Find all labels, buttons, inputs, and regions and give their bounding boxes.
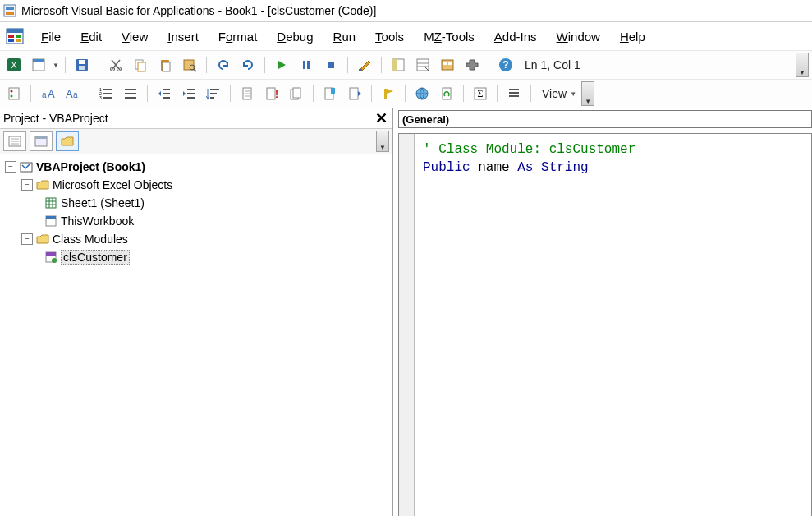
menu-file[interactable]: File [33, 28, 69, 45]
toolbar-overflow[interactable]: ▼ [796, 53, 809, 77]
tb2-list-align-button[interactable] [120, 83, 141, 104]
menu-view[interactable]: View [113, 28, 156, 45]
properties-button[interactable] [412, 54, 434, 76]
menu-tools[interactable]: Tools [367, 28, 412, 45]
tb2-bookmark-next-button[interactable] [344, 83, 365, 104]
separator [530, 85, 531, 102]
code-gutter[interactable] [399, 134, 415, 516]
window-title: Microsoft Visual Basic for Applications … [21, 4, 376, 17]
tb2-list-num-button[interactable]: 123 [95, 83, 117, 104]
tb2-web-button[interactable] [411, 83, 433, 104]
object-browser-button[interactable] [437, 54, 458, 76]
find-button[interactable] [179, 54, 200, 76]
design-mode-button[interactable] [354, 54, 375, 76]
menu-mztools[interactable]: MZ-Tools [415, 28, 483, 45]
insert-module-button[interactable] [28, 54, 49, 76]
undo-button[interactable] [213, 54, 234, 76]
project-icon [20, 160, 33, 173]
separator [463, 85, 464, 102]
collapse-icon[interactable]: − [21, 179, 33, 191]
code-combo-row: (General) [398, 108, 812, 131]
form-icon [5, 26, 25, 46]
toggle-folders-button[interactable] [56, 131, 79, 151]
tb2-flag-button[interactable] [378, 83, 399, 104]
svg-rect-36 [448, 62, 452, 65]
project-tree[interactable]: − VBAProject (Book1) − Microsoft Excel O… [0, 154, 392, 516]
excel-button[interactable]: X [3, 54, 25, 76]
cut-button[interactable] [105, 54, 126, 76]
svg-rect-28 [359, 69, 362, 71]
tb2-doc-stack-button[interactable] [286, 83, 307, 104]
svg-rect-1 [6, 7, 14, 10]
tb2-indent-in-button[interactable] [178, 83, 200, 104]
svg-rect-96 [46, 216, 56, 219]
view-dropdown[interactable]: ▼ [570, 84, 576, 104]
view-menu-label[interactable]: View [537, 87, 567, 100]
break-button[interactable] [296, 54, 317, 76]
tb2-sigma-button[interactable]: Σ [470, 83, 491, 104]
menu-addins[interactable]: Add-Ins [486, 28, 545, 45]
menu-run[interactable]: Run [325, 28, 365, 45]
close-pane-button[interactable]: ✕ [373, 110, 389, 127]
insert-dropdown[interactable]: ▼ [53, 55, 59, 75]
separator [313, 85, 314, 102]
tb2-refresh-doc-button[interactable] [436, 83, 457, 104]
svg-rect-73 [331, 88, 335, 94]
run-button[interactable] [271, 54, 292, 76]
separator [489, 57, 489, 73]
tb2-bookmark-button[interactable] [319, 83, 341, 104]
view-code-button[interactable] [3, 131, 26, 151]
tree-item-clscustomer[interactable]: clsCustomer [2, 248, 391, 266]
tb2-btn-1[interactable] [3, 83, 25, 104]
view-object-button[interactable] [30, 131, 53, 151]
tree-folder-excel-objects[interactable]: − Microsoft Excel Objects [2, 176, 391, 194]
menu-window[interactable]: Window [548, 28, 608, 45]
menu-help[interactable]: Help [612, 28, 654, 45]
tree-item-sheet1[interactable]: Sheet1 (Sheet1) [2, 194, 391, 212]
project-explorer-button[interactable] [388, 54, 409, 76]
project-toolbar-overflow[interactable]: ▼ [376, 131, 389, 152]
tree-folder-class-modules[interactable]: − Class Modules [2, 230, 391, 248]
project-pane-header: Project - VBAProject ✕ [0, 108, 392, 128]
tree-root[interactable]: − VBAProject (Book1) [2, 158, 391, 176]
code-editor[interactable]: ' Class Module: clsCustomer Public name … [415, 134, 811, 516]
tree-folder-label: Class Modules [53, 233, 128, 246]
separator [65, 57, 66, 73]
code-line-1: ' Class Module: clsCustomer [423, 142, 635, 157]
object-combo[interactable]: (General) [398, 110, 812, 128]
tb2-doc-button[interactable] [236, 83, 258, 104]
title-bar: Microsoft Visual Basic for Applications … [0, 0, 812, 22]
menu-debug[interactable]: Debug [268, 28, 321, 45]
collapse-icon[interactable]: − [5, 161, 16, 173]
toolbar2-overflow[interactable]: ▼ [581, 81, 594, 106]
svg-text:?: ? [502, 59, 508, 71]
separator [264, 57, 265, 73]
separator [147, 85, 148, 102]
tb2-doc-bang-button[interactable]: ! [261, 83, 282, 104]
svg-line-24 [194, 69, 196, 71]
paste-button[interactable] [154, 54, 176, 76]
menu-insert[interactable]: Insert [159, 28, 207, 45]
tb2-indent-out-button[interactable] [154, 83, 175, 104]
tb2-case-large-button[interactable]: Aa [62, 83, 83, 104]
save-button[interactable] [71, 54, 93, 76]
code-kw-public: Public [423, 160, 470, 175]
tb2-case-small-button[interactable]: aA [37, 83, 58, 104]
redo-button[interactable] [237, 54, 259, 76]
separator [206, 57, 207, 73]
reset-button[interactable] [320, 54, 342, 76]
svg-rect-74 [350, 88, 358, 99]
tree-item-thisworkbook[interactable]: ThisWorkbook [2, 212, 391, 230]
toolbox-button[interactable] [461, 54, 483, 76]
project-explorer: Project - VBAProject ✕ ▼ − VBAProject (B… [0, 108, 393, 516]
collapse-icon[interactable]: − [21, 233, 33, 245]
menu-format[interactable]: Format [210, 28, 266, 45]
copy-button[interactable] [130, 54, 151, 76]
workbook-icon [44, 214, 57, 228]
help-button[interactable]: ? [495, 54, 516, 76]
svg-rect-98 [46, 252, 56, 256]
tb2-list-button[interactable] [503, 83, 525, 104]
tb2-sort-button[interactable] [203, 83, 224, 104]
object-combo-value: (General) [402, 113, 449, 126]
menu-edit[interactable]: Edit [72, 28, 110, 45]
